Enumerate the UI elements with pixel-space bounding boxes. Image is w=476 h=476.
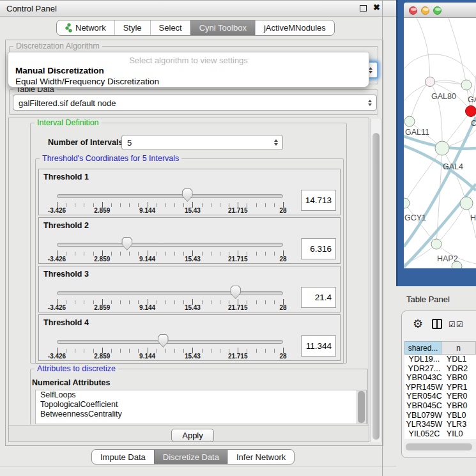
table-row[interactable]: YBL079WYBL0 xyxy=(404,411,476,420)
table-row[interactable]: YPR145WYPR1 xyxy=(404,383,476,392)
network-canvas[interactable]: GAL80GACGAL11GAL4GCY1HHAP2 xyxy=(404,18,476,268)
slider-tick-label: 2.859 xyxy=(94,304,110,311)
checkbox-icon[interactable]: ☑ xyxy=(456,320,463,329)
network-window-titlebar[interactable] xyxy=(404,3,476,18)
interval-definition-title: Interval Definition xyxy=(35,118,102,127)
column-header-shared[interactable]: shared... xyxy=(404,341,441,355)
attribute-item[interactable]: TopologicalCoefficient xyxy=(36,400,366,410)
threshold-label: Threshold 1 xyxy=(43,173,89,181)
node-label: GAL80 xyxy=(431,92,456,101)
slider-tick-label: -3.426 xyxy=(48,353,66,360)
tab-jactivemnodules[interactable]: jActiveMNodules xyxy=(255,20,334,35)
close-icon[interactable]: ✖ xyxy=(373,3,380,12)
slider-track[interactable] xyxy=(57,340,283,344)
float-window-icon[interactable] xyxy=(360,5,367,12)
table-row[interactable]: YDR27...YDR2 xyxy=(404,364,476,374)
tab-network[interactable]: Network xyxy=(57,20,114,35)
threshold-panel: Threshold 1 14.713 -3.4262.8599.14415.43… xyxy=(38,169,341,215)
tab-style[interactable]: Style xyxy=(114,20,150,35)
tab-label: Style xyxy=(123,20,142,35)
slider-tick-label: 21.715 xyxy=(228,207,248,214)
table-data-combobox[interactable]: galFiltered.sif default node xyxy=(13,95,377,111)
table-rows: YDL19...YDL1YDR27...YDR2YBR043CYBR0YPR14… xyxy=(404,355,476,439)
num-intervals-value: 5 xyxy=(127,138,132,148)
num-intervals-combobox[interactable]: 5 xyxy=(121,135,283,150)
gear-icon[interactable]: ⚙ xyxy=(413,317,423,331)
cell-name: YIL0 xyxy=(444,429,476,439)
node-label: C xyxy=(471,119,476,128)
slider-thumb[interactable] xyxy=(230,286,241,299)
attribute-item[interactable]: BetweennessCentrality xyxy=(36,410,366,419)
slider-track[interactable] xyxy=(57,194,283,198)
table-data-value: galFiltered.sif default node xyxy=(19,98,116,107)
slider-tick-label: 28 xyxy=(279,207,286,214)
network-node[interactable] xyxy=(431,239,441,249)
node-label: H xyxy=(470,213,476,222)
cell-name: YBR0 xyxy=(444,401,476,411)
cell-shared-name: YPR145W xyxy=(404,383,444,392)
minimize-traffic-light-icon[interactable] xyxy=(421,6,429,15)
network-node[interactable] xyxy=(461,80,472,90)
table-hscrollbar-thumb[interactable] xyxy=(406,443,472,450)
attribute-item[interactable]: SelfLoops xyxy=(36,390,366,400)
table-row[interactable]: YLR345WYLR3 xyxy=(404,420,476,429)
tab-label: Cyni Toolbox xyxy=(199,20,247,35)
tab-select[interactable]: Select xyxy=(150,20,190,35)
threshold-value-field[interactable]: 21.4 xyxy=(301,287,336,308)
threshold-panel: Threshold 2 6.316 -3.4262.8599.14415.432… xyxy=(38,217,341,264)
control-panel: Control Panel ✖ NetworkStyleSelectCyni T… xyxy=(0,0,396,476)
network-node[interactable] xyxy=(404,198,410,208)
slider-tick-label: 15.43 xyxy=(185,207,201,214)
apply-button[interactable]: Apply xyxy=(171,429,214,442)
slider-thumb[interactable] xyxy=(158,334,169,348)
slider-thumb[interactable] xyxy=(182,188,193,202)
bottom-tab-label: Impute Data xyxy=(100,450,146,464)
control-panel-titlebar: Control Panel xyxy=(0,0,396,17)
attributes-list[interactable]: SelfLoopsTopologicalCoefficientBetweenne… xyxy=(35,390,367,424)
checkbox-icon[interactable]: ☑ xyxy=(449,320,456,329)
main-scrollbar-thumb[interactable] xyxy=(372,133,380,440)
network-node[interactable] xyxy=(466,106,476,117)
bottom-tab-infer-network[interactable]: Infer Network xyxy=(227,450,294,464)
slider-track[interactable] xyxy=(57,291,283,295)
node-label: GCY1 xyxy=(404,213,426,222)
network-node[interactable] xyxy=(404,116,415,127)
table-row[interactable]: YER054CYER0 xyxy=(404,392,476,401)
num-intervals-label: Number of Intervals xyxy=(48,138,123,147)
cell-shared-name: YLR345W xyxy=(404,420,444,429)
slider-tick-label: 21.715 xyxy=(228,256,248,263)
slider-thumb[interactable] xyxy=(121,237,132,250)
threshold-value-field[interactable]: 11.344 xyxy=(301,335,336,357)
table-header-row: shared... n xyxy=(404,341,476,355)
zoom-traffic-light-icon[interactable] xyxy=(433,6,441,15)
node-label: GAL4 xyxy=(443,162,463,171)
network-node[interactable] xyxy=(435,141,449,155)
network-node[interactable] xyxy=(426,77,435,87)
threshold-label: Threshold 3 xyxy=(43,270,89,279)
close-traffic-light-icon[interactable] xyxy=(409,6,417,15)
algorithm-option-manual[interactable]: Manual Discretization xyxy=(8,65,369,76)
threshold-label: Threshold 2 xyxy=(43,221,89,230)
threshold-value-field[interactable]: 6.316 xyxy=(301,238,336,259)
table-row[interactable]: YBR043CYBR0 xyxy=(404,373,476,383)
network-node[interactable] xyxy=(460,197,473,210)
table-row[interactable]: YIL052CYIL0 xyxy=(404,429,476,439)
network-edge xyxy=(417,18,430,82)
column-layout-icon[interactable] xyxy=(432,319,442,329)
bottom-tab-impute-data[interactable]: Impute Data xyxy=(92,450,154,464)
node-label: HAP2 xyxy=(437,254,458,263)
attributes-scrollbar-thumb[interactable] xyxy=(358,391,365,423)
slider-track[interactable] xyxy=(57,243,283,247)
bottom-tab-discretize-data[interactable]: Discretize Data xyxy=(154,450,227,464)
algorithm-option-equal-width[interactable]: Equal Width/Frequency Discretization xyxy=(8,76,369,87)
bottom-tab-label: Infer Network xyxy=(236,450,286,464)
table-row[interactable]: YDL19...YDL1 xyxy=(404,355,476,364)
column-header-name[interactable]: n xyxy=(441,341,476,355)
tab-cyni-toolbox[interactable]: Cyni Toolbox xyxy=(190,20,255,35)
threshold-value-field[interactable]: 14.713 xyxy=(301,190,336,211)
cell-name: YBR0 xyxy=(444,373,476,383)
table-row[interactable]: YBR045CYBR0 xyxy=(404,401,476,411)
cell-name: YLR3 xyxy=(444,420,476,429)
slider-tick-label: 2.859 xyxy=(94,207,110,214)
slider-tick-label: 2.859 xyxy=(94,353,110,360)
